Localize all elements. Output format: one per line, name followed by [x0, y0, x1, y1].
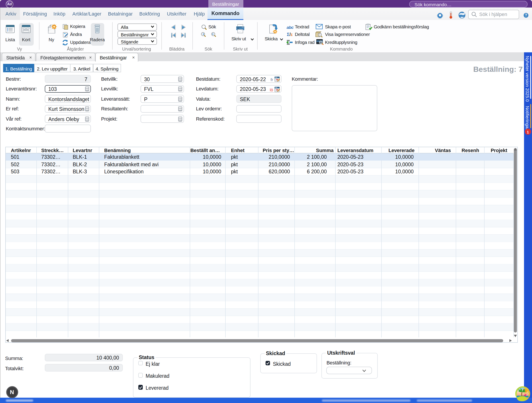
svg-text:?: ?	[525, 13, 527, 17]
